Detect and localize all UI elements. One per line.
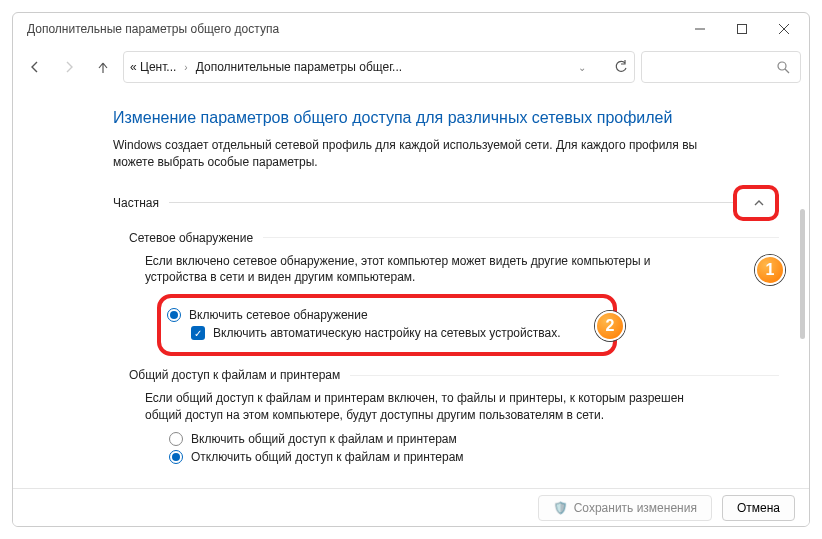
section-private[interactable]: Частная bbox=[113, 185, 779, 221]
group-label: Общий доступ к файлам и принтерам bbox=[129, 368, 340, 382]
svg-line-5 bbox=[785, 69, 789, 73]
divider bbox=[350, 375, 779, 376]
maximize-button[interactable] bbox=[721, 15, 763, 43]
radio-label: Включить общий доступ к файлам и принтер… bbox=[191, 432, 457, 446]
svg-point-4 bbox=[778, 62, 786, 70]
radio-disable-sharing[interactable]: Отключить общий доступ к файлам и принте… bbox=[169, 450, 779, 464]
radio-icon bbox=[169, 450, 183, 464]
window-title: Дополнительные параметры общего доступа bbox=[27, 22, 279, 36]
group-label: Сетевое обнаружение bbox=[129, 231, 253, 245]
back-button[interactable] bbox=[21, 51, 49, 83]
section-private-label: Частная bbox=[113, 196, 159, 210]
page-subtext: Windows создает отдельный сетевой профил… bbox=[113, 137, 713, 171]
radio-icon bbox=[167, 308, 181, 322]
nav-row: « Цент... › Дополнительные параметры общ… bbox=[13, 45, 809, 89]
save-button[interactable]: 🛡️ Сохранить изменения bbox=[538, 495, 712, 521]
checkbox-icon: ✓ bbox=[191, 326, 205, 340]
save-label: Сохранить изменения bbox=[574, 501, 697, 515]
group-desc: Если общий доступ к файлам и принтерам в… bbox=[145, 390, 685, 424]
checkbox-auto-setup[interactable]: ✓ Включить автоматическую настройку на с… bbox=[191, 326, 601, 340]
annotation-highlight-1 bbox=[733, 185, 779, 221]
window-controls bbox=[679, 15, 805, 43]
annotation-badge-1: 1 bbox=[755, 255, 785, 285]
collapse-button[interactable] bbox=[744, 190, 774, 216]
titlebar: Дополнительные параметры общего доступа bbox=[13, 13, 809, 45]
cancel-button[interactable]: Отмена bbox=[722, 495, 795, 521]
address-bar[interactable]: « Цент... › Дополнительные параметры общ… bbox=[123, 51, 635, 83]
search-icon bbox=[777, 61, 790, 74]
divider bbox=[263, 237, 779, 238]
forward-button[interactable] bbox=[55, 51, 83, 83]
checkbox-label: Включить автоматическую настройку на сет… bbox=[213, 326, 561, 340]
shield-icon: 🛡️ bbox=[553, 501, 568, 515]
close-button[interactable] bbox=[763, 15, 805, 43]
chevron-down-icon[interactable]: ⌄ bbox=[578, 62, 586, 73]
footer: 🛡️ Сохранить изменения Отмена bbox=[13, 488, 809, 526]
group-file-sharing: Общий доступ к файлам и принтерам Если о… bbox=[129, 368, 779, 464]
radio-enable-discovery[interactable]: Включить сетевое обнаружение bbox=[167, 308, 601, 322]
radio-label: Отключить общий доступ к файлам и принте… bbox=[191, 450, 464, 464]
window: Дополнительные параметры общего доступа … bbox=[12, 12, 810, 527]
group-network-discovery: Сетевое обнаружение Если включено сетево… bbox=[129, 231, 779, 357]
divider bbox=[169, 202, 733, 203]
scrollbar[interactable] bbox=[799, 89, 805, 489]
minimize-button[interactable] bbox=[679, 15, 721, 43]
radio-label: Включить сетевое обнаружение bbox=[189, 308, 368, 322]
refresh-icon[interactable] bbox=[614, 60, 628, 74]
up-button[interactable] bbox=[89, 51, 117, 83]
cancel-label: Отмена bbox=[737, 501, 780, 515]
radio-icon bbox=[169, 432, 183, 446]
scroll-thumb[interactable] bbox=[800, 209, 805, 339]
chevron-right-icon: › bbox=[184, 62, 187, 73]
breadcrumb-root[interactable]: « Цент... bbox=[130, 60, 176, 74]
page-heading: Изменение параметров общего доступа для … bbox=[113, 109, 779, 127]
breadcrumb-current[interactable]: Дополнительные параметры общег... bbox=[196, 60, 402, 74]
search-box[interactable] bbox=[641, 51, 801, 83]
group-desc: Если включено сетевое обнаружение, этот … bbox=[145, 253, 685, 287]
svg-rect-1 bbox=[738, 25, 747, 34]
annotation-badge-2: 2 bbox=[595, 311, 625, 341]
radio-enable-sharing[interactable]: Включить общий доступ к файлам и принтер… bbox=[169, 432, 779, 446]
content-area: Изменение параметров общего доступа для … bbox=[13, 89, 809, 489]
annotation-highlight-2: Включить сетевое обнаружение ✓ Включить … bbox=[157, 294, 617, 356]
